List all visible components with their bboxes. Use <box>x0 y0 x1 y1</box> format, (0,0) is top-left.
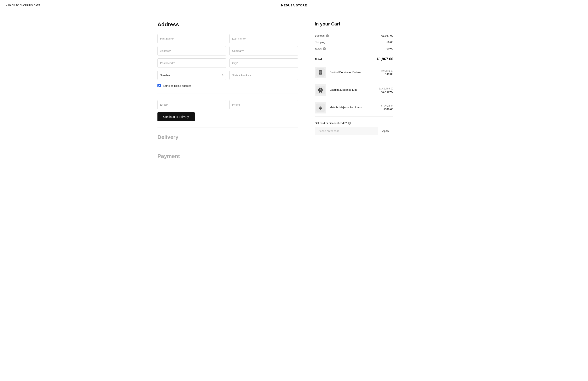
cart-item-2-info: Exorbita Elegance Elite <box>330 88 376 92</box>
discount-section: Gift card or discount code? i Apply <box>315 122 393 135</box>
country-state-row: Sweden United States United Kingdom Germ… <box>157 71 298 80</box>
first-name-input[interactable] <box>157 34 226 43</box>
cart-item-1-image <box>315 67 326 78</box>
cart-item-2-image <box>315 84 326 96</box>
cart-item-1-qty: 1x €149.00 <box>381 69 393 72</box>
total-value: €1,967.00 <box>377 57 393 61</box>
email-phone-row <box>157 100 298 109</box>
svg-point-17 <box>320 106 321 107</box>
cart-item-2-pricing: 1x €1,469.00 €1,469.00 <box>379 87 393 93</box>
state-input[interactable] <box>230 71 298 80</box>
postal-code-input[interactable] <box>157 58 226 68</box>
cart-item-1-price: €149.00 <box>384 72 393 76</box>
header: ‹ BACK TO SHOPPING CART MEDUSA STORE <box>0 0 588 11</box>
subtotal-label: Subtotal i <box>315 34 329 37</box>
store-title: MEDUSA STORE <box>281 4 307 7</box>
svg-rect-2 <box>319 71 321 73</box>
cart-item-3-name: Metallic Majesty Illuminator <box>330 106 378 109</box>
address-company-row <box>157 46 298 55</box>
cart-item-1-pricing: 1x €149.00 €149.00 <box>381 69 393 76</box>
shipping-value: €0.00 <box>386 41 393 44</box>
taxes-row: Taxes i €0.00 <box>315 45 393 52</box>
section-divider-payment <box>157 147 298 147</box>
cart-item-2-name: Exorbita Elegance Elite <box>330 88 376 91</box>
company-input[interactable] <box>230 46 298 55</box>
company-field <box>230 46 298 55</box>
first-name-field <box>157 34 226 43</box>
discount-code-input[interactable] <box>315 127 378 135</box>
delivery-section-title: Delivery <box>157 134 298 140</box>
cart-item-3-pricing: 1x €349.00 €349.00 <box>381 105 393 111</box>
cart-item-3-qty: 1x €349.00 <box>381 105 393 108</box>
section-divider-delivery <box>157 128 298 128</box>
same-as-billing-label[interactable]: Same as billing address <box>163 84 191 87</box>
right-panel: In your Cart Subtotal i €1,967.00 Shippi… <box>315 21 393 166</box>
delivery-section: Delivery <box>157 134 298 140</box>
cart-item-2: Exorbita Elegance Elite 1x €1,469.00 €1,… <box>315 81 393 99</box>
email-field <box>157 100 226 109</box>
left-panel: Address <box>157 21 315 166</box>
svg-rect-12 <box>321 92 322 92</box>
phone-field <box>230 100 298 109</box>
apply-discount-button[interactable]: Apply <box>378 127 393 135</box>
cart-item-3-image <box>315 102 326 113</box>
payment-section-title: Payment <box>157 153 298 159</box>
total-label: Total <box>315 57 322 61</box>
payment-section: Payment <box>157 153 298 159</box>
back-to-cart-link[interactable]: ‹ BACK TO SHOPPING CART <box>6 4 40 7</box>
postal-city-row <box>157 58 298 68</box>
same-as-billing-row: Same as billing address <box>157 84 298 87</box>
country-select[interactable]: Sweden United States United Kingdom Germ… <box>157 71 226 80</box>
last-name-field <box>230 34 298 43</box>
cart-item-1-info: Decibel Dominator Deluxe <box>330 71 378 75</box>
total-row: Total €1,967.00 <box>315 54 393 64</box>
subtotal-info-icon[interactable]: i <box>326 34 329 37</box>
chevron-left-icon: ‹ <box>6 4 7 7</box>
name-row <box>157 34 298 43</box>
address-input[interactable] <box>157 46 226 55</box>
continue-to-delivery-button[interactable]: Continue to delivery <box>157 112 195 121</box>
address-field <box>157 46 226 55</box>
back-link-label: BACK TO SHOPPING CART <box>8 4 40 7</box>
cart-item-2-qty: 1x €1,469.00 <box>379 87 393 90</box>
svg-point-16 <box>319 108 322 109</box>
svg-point-3 <box>320 73 321 74</box>
shipping-row: Shipping €0.00 <box>315 39 393 45</box>
svg-rect-10 <box>321 88 322 88</box>
shipping-label: Shipping <box>315 41 325 44</box>
postal-code-field <box>157 58 226 68</box>
phone-input[interactable] <box>230 100 298 109</box>
cart-item-1-name: Decibel Dominator Deluxe <box>330 71 378 74</box>
discount-info-icon[interactable]: i <box>348 122 351 125</box>
cart-items-list: Decibel Dominator Deluxe 1x €149.00 €149… <box>315 64 393 117</box>
svg-rect-9 <box>319 88 320 88</box>
svg-rect-11 <box>319 92 320 92</box>
discount-input-row: Apply <box>315 127 393 135</box>
cart-title: In your Cart <box>315 21 393 27</box>
subtotal-row: Subtotal i €1,967.00 <box>315 32 393 39</box>
taxes-value: €0.00 <box>386 47 393 50</box>
cart-item-2-price: €1,469.00 <box>381 90 393 93</box>
discount-label: Gift card or discount code? i <box>315 122 393 125</box>
cart-item-3: Metallic Majesty Illuminator 1x €349.00 … <box>315 99 393 117</box>
address-section-title: Address <box>157 21 298 28</box>
cart-item-3-price: €349.00 <box>384 108 393 111</box>
state-field <box>230 71 298 80</box>
subtotal-value: €1,967.00 <box>381 34 393 37</box>
summary-divider <box>315 53 393 53</box>
taxes-info-icon[interactable]: i <box>323 47 326 50</box>
taxes-label: Taxes i <box>315 47 326 50</box>
main-layout: Address <box>149 11 439 182</box>
city-field <box>230 58 298 68</box>
cart-item-1: Decibel Dominator Deluxe 1x €149.00 €149… <box>315 64 393 81</box>
cart-item-3-info: Metallic Majesty Illuminator <box>330 106 378 110</box>
city-input[interactable] <box>230 58 298 68</box>
same-as-billing-checkbox[interactable] <box>157 84 161 87</box>
country-field: Sweden United States United Kingdom Germ… <box>157 71 226 80</box>
last-name-input[interactable] <box>230 34 298 43</box>
email-input[interactable] <box>157 100 226 109</box>
